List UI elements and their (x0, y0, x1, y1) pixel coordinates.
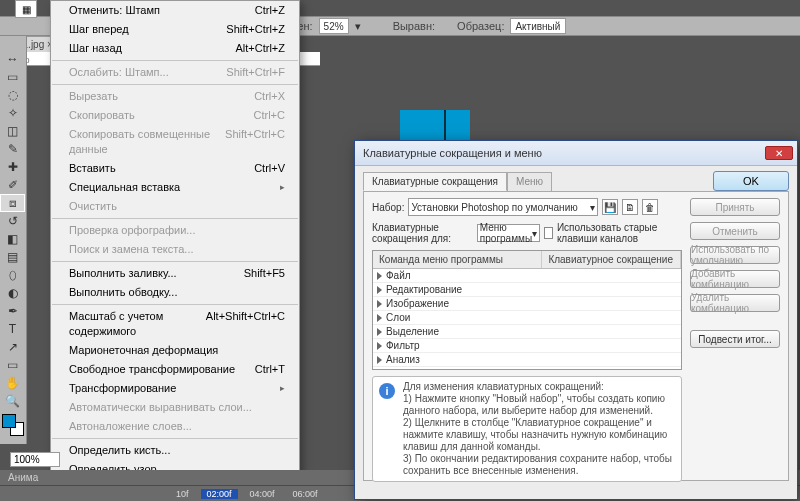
tab-shortcuts[interactable]: Клавиатурные сокращения (363, 172, 507, 191)
menu-item-shortcut: Ctrl+V (254, 161, 285, 176)
save-set-icon[interactable]: 💾 (602, 199, 618, 215)
tab-menus[interactable]: Меню (507, 172, 552, 191)
menu-item: Скопировать совмещенные данныеShift+Ctrl… (51, 125, 299, 159)
dodge-tool-icon[interactable]: ◐ (0, 284, 25, 302)
menu-item[interactable]: Трансформирование▸ (51, 379, 299, 398)
dialog-title: Клавиатурные сокращения и меню (363, 147, 542, 159)
history-brush-tool-icon[interactable]: ↺ (0, 212, 25, 230)
menu-item[interactable]: Специальная вставка▸ (51, 178, 299, 197)
menu-item-label: Шаг назад (69, 41, 122, 56)
zoom-value[interactable]: 52% (319, 18, 349, 34)
info-line-3: 3) По окончании редактирования сохраните… (403, 453, 675, 477)
for-dropdown[interactable]: Меню программы▾ (477, 224, 540, 242)
menu-item[interactable]: Марионеточная деформация (51, 341, 299, 360)
sample-value[interactable]: Активный (510, 18, 566, 34)
expand-triangle-icon[interactable] (377, 272, 382, 280)
table-row[interactable]: Анализ (373, 353, 681, 367)
menu-item[interactable]: Свободное трансформированиеCtrl+T (51, 360, 299, 379)
menu-separator (52, 261, 298, 262)
accept-button[interactable]: Принять (690, 198, 780, 216)
table-row[interactable]: Изображение (373, 297, 681, 311)
eraser-tool-icon[interactable]: ◧ (0, 230, 25, 248)
pen-tool-icon[interactable]: ✒ (0, 302, 25, 320)
timeline-mark[interactable]: 04:00f (244, 489, 281, 499)
menu-item[interactable]: Масштаб с учетом содержимогоAlt+Shift+Ct… (51, 307, 299, 341)
move-tool-icon[interactable]: ↔ (0, 50, 25, 68)
expand-triangle-icon[interactable] (377, 300, 382, 308)
table-row[interactable]: Слои (373, 311, 681, 325)
lasso-tool-icon[interactable]: ◌ (0, 86, 25, 104)
table-row[interactable]: 3D (373, 367, 681, 369)
timeline-mark[interactable]: 06:00f (287, 489, 324, 499)
summarize-button[interactable]: Подвести итог... (690, 330, 780, 348)
menu-item-label: Выполнить заливку... (69, 266, 177, 281)
expand-triangle-icon[interactable] (377, 356, 382, 364)
wand-tool-icon[interactable]: ✧ (0, 104, 25, 122)
timeline-mark[interactable]: 10f (170, 489, 195, 499)
table-row[interactable]: Выделение (373, 325, 681, 339)
menu-item-label: Поиск и замена текста... (69, 242, 194, 257)
eyedropper-tool-icon[interactable]: ✎ (0, 140, 25, 158)
info-line-1: 1) Нажмите кнопку "Новый набор", чтобы с… (403, 393, 675, 417)
menu-item-label: Автоналожение слоев... (69, 419, 192, 434)
menu-item[interactable]: Шаг назадAlt+Ctrl+Z (51, 39, 299, 58)
menu-item[interactable]: Шаг впередShift+Ctrl+Z (51, 20, 299, 39)
keyboard-shortcuts-dialog: Клавиатурные сокращения и меню ✕ OK Отме… (354, 140, 798, 500)
table-row[interactable]: Файл (373, 269, 681, 283)
delete-combo-button[interactable]: Удалить комбинацию (690, 294, 780, 312)
marquee-tool-icon[interactable]: ▭ (0, 68, 25, 86)
stamp-tool-icon[interactable]: ⧈ (0, 194, 25, 212)
table-row[interactable]: Фильтр (373, 339, 681, 353)
zoom-tool-icon[interactable]: 🔍 (0, 392, 25, 410)
expand-triangle-icon[interactable] (377, 328, 382, 336)
table-row[interactable]: Редактирование (373, 283, 681, 297)
menu-item: ВырезатьCtrl+X (51, 87, 299, 106)
menu-item: Поиск и замена текста... (51, 240, 299, 259)
path-tool-icon[interactable]: ↗ (0, 338, 25, 356)
col-command[interactable]: Команда меню программы (373, 251, 542, 268)
shape-tool-icon[interactable]: ▭ (0, 356, 25, 374)
new-set-icon[interactable]: 🗎 (622, 199, 638, 215)
menu-item: Проверка орфографии... (51, 221, 299, 240)
undo-button[interactable]: Отменить (690, 222, 780, 240)
brush-tool-icon[interactable]: ✐ (0, 176, 25, 194)
menu-item-label: Отменить: Штамп (69, 3, 160, 18)
heal-tool-icon[interactable]: ✚ (0, 158, 25, 176)
use-default-button[interactable]: Использовать по умолчанию (690, 246, 780, 264)
expand-triangle-icon[interactable] (377, 314, 382, 322)
hand-tool-icon[interactable]: ✋ (0, 374, 25, 392)
divider: ▾ (355, 20, 361, 33)
menu-separator (52, 304, 298, 305)
legacy-checkbox[interactable] (544, 227, 553, 239)
tool-preset-icon[interactable]: ▦ (15, 0, 37, 18)
menu-item-shortcut: Shift+F5 (244, 266, 285, 281)
menu-item[interactable]: ВставитьCtrl+V (51, 159, 299, 178)
col-shortcut[interactable]: Клавиатурное сокращение (542, 251, 681, 268)
menu-item-shortcut: Alt+Ctrl+Z (235, 41, 285, 56)
menu-item-shortcut: Ctrl+T (255, 362, 285, 377)
menu-item-label: Скопировать совмещенные данные (69, 127, 225, 157)
expand-triangle-icon[interactable] (377, 342, 382, 350)
blur-tool-icon[interactable]: ⬯ (0, 266, 25, 284)
add-combo-button[interactable]: Добавить комбинацию (690, 270, 780, 288)
menu-item[interactable]: Отменить: ШтампCtrl+Z (51, 1, 299, 20)
close-button[interactable]: ✕ (765, 146, 793, 160)
menu-item-shortcut: Shift+Ctrl+Z (226, 22, 285, 37)
ok-button[interactable]: OK (713, 171, 789, 191)
dialog-titlebar: Клавиатурные сокращения и меню ✕ (355, 141, 797, 166)
expand-triangle-icon[interactable] (377, 286, 382, 294)
menu-item[interactable]: Выполнить заливку...Shift+F5 (51, 264, 299, 283)
status-zoom[interactable]: 100% (10, 452, 60, 467)
menu-item-shortcut: Shift+Ctrl+F (226, 65, 285, 80)
gradient-tool-icon[interactable]: ▤ (0, 248, 25, 266)
delete-set-icon[interactable]: 🗑 (642, 199, 658, 215)
menu-item[interactable]: Определить кисть... (51, 441, 299, 460)
info-box: i Для изменения клавиатурных сокращений:… (372, 376, 682, 482)
type-tool-icon[interactable]: T (0, 320, 25, 338)
color-swatch[interactable] (2, 414, 24, 436)
menu-item[interactable]: Выполнить обводку... (51, 283, 299, 302)
crop-tool-icon[interactable]: ◫ (0, 122, 25, 140)
timeline-mark[interactable]: 02:00f (201, 489, 238, 499)
set-dropdown[interactable]: Установки Photoshop по умолчанию▾ (408, 198, 598, 216)
menu-item: СкопироватьCtrl+C (51, 106, 299, 125)
